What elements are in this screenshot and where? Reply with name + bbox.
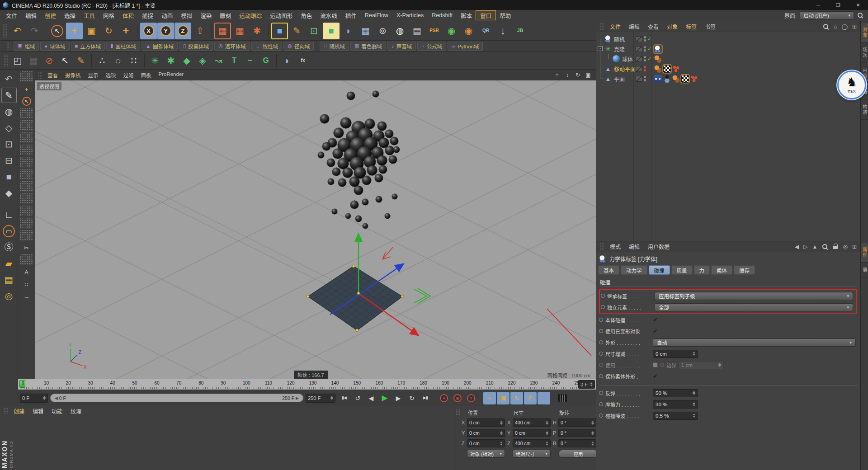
dots-tag[interactable]: [690, 75, 698, 83]
field-button-圆柱体域[interactable]: ▮圆柱体域: [106, 42, 140, 51]
stepper-icon[interactable]: [691, 412, 695, 419]
om-search-icon[interactable]: [823, 24, 829, 30]
coords-field-位置-Z[interactable]: 0 cm: [467, 439, 505, 447]
menubar-item-运动图形[interactable]: 运动图形: [266, 11, 297, 19]
strip-scissors-button[interactable]: ✂: [20, 242, 33, 253]
viewport-menu-查看[interactable]: 查看: [44, 71, 61, 79]
palette-slot[interactable]: [20, 218, 33, 229]
palette-slot[interactable]: [20, 254, 33, 265]
toolbar-grip[interactable]: [4, 408, 8, 414]
keyframe-circle-icon[interactable]: [601, 305, 605, 309]
coordinate-system-button[interactable]: ⇧: [192, 23, 208, 39]
points-mode-button[interactable]: ⊡: [1, 136, 17, 152]
viewport-menu-摄像机[interactable]: 摄像机: [61, 71, 85, 79]
om-home-icon[interactable]: ⌂: [834, 24, 837, 29]
menubar-item-渲染[interactable]: 渲染: [196, 11, 216, 19]
coords-field-位置-Y[interactable]: 0 cm: [467, 429, 505, 437]
toolbar-grip[interactable]: [3, 24, 7, 37]
mograph-disable-effector-icon[interactable]: ⊘: [42, 53, 57, 68]
keyframe-circle-icon[interactable]: [599, 363, 603, 367]
keyframe-circle-icon[interactable]: [599, 391, 603, 395]
workplane-mode-button[interactable]: ◇: [1, 120, 17, 136]
toolbar-grip[interactable]: [4, 54, 8, 66]
pen-spline-button[interactable]: ✎: [288, 23, 305, 39]
lock-y-axis-button[interactable]: Y: [157, 23, 174, 39]
person-tag[interactable]: [663, 75, 671, 83]
tab-质量[interactable]: 质量: [671, 265, 693, 275]
visibility-dots[interactable]: [644, 46, 646, 52]
menubar-item-选择[interactable]: 选择: [60, 11, 80, 19]
field-button-线性域[interactable]: →线性域: [251, 42, 283, 51]
mospline-icon[interactable]: G: [258, 53, 274, 68]
stepper-icon[interactable]: [544, 419, 548, 426]
stepper-icon[interactable]: [499, 440, 503, 447]
coords-field-旋转-H[interactable]: 0 °: [558, 418, 596, 427]
record-parameter-button[interactable]: Ⓟ: [524, 392, 537, 404]
toolbar-grip[interactable]: [600, 243, 604, 250]
voronoi-fracture-icon[interactable]: ◈: [195, 53, 210, 68]
palette-slot[interactable]: [20, 132, 33, 143]
viewport-menu-ProRender[interactable]: ProRender: [155, 71, 188, 79]
stepper-icon[interactable]: [590, 440, 594, 447]
record-rotation-button[interactable]: ↻: [510, 392, 523, 404]
render-settings-button[interactable]: ✱: [249, 23, 265, 39]
collider-tag[interactable]: [663, 65, 671, 73]
xpresso-sphere-button[interactable]: ◉: [443, 23, 460, 39]
object-tree[interactable]: 随机✓✳克隆✓-球体✓▲移动平面▲平面: [596, 32, 860, 241]
layer-toggle[interactable]: [636, 36, 642, 42]
stepper-icon[interactable]: [544, 430, 548, 437]
add-cube-object-button[interactable]: ■: [271, 23, 288, 39]
stepper-icon[interactable]: [589, 381, 593, 388]
stepper-icon[interactable]: [691, 390, 695, 396]
stepper-icon[interactable]: [42, 395, 46, 401]
mograph-random-icon[interactable]: ◰: [10, 53, 25, 68]
strip-a-button[interactable]: A: [20, 267, 33, 277]
menubar-item-网格[interactable]: 网格: [99, 11, 118, 19]
field-button-着色器域[interactable]: ▦着色器域: [350, 42, 386, 51]
visibility-dots[interactable]: [644, 56, 646, 61]
menubar-item-插件[interactable]: 插件: [341, 11, 361, 19]
go-to-next-frame-button[interactable]: ▶: [392, 392, 405, 404]
am-menu-编辑[interactable]: 编辑: [625, 243, 644, 250]
attribute-dropdown[interactable]: 应用标签到子级▾: [655, 292, 853, 300]
light-button[interactable]: ◍: [392, 23, 408, 39]
lock-workplane-button[interactable]: ▤: [1, 272, 17, 287]
field-button-Python域[interactable]: ∞Python域: [448, 42, 483, 51]
spline-wrap-icon[interactable]: ↝: [211, 53, 226, 68]
attribute-field[interactable]: 50 %: [653, 389, 698, 397]
frame-range-slider[interactable]: ◀ 0 F 250 F ▶: [50, 394, 303, 402]
menubar-item-文件[interactable]: 文件: [2, 11, 21, 19]
apply-button[interactable]: 应用: [558, 450, 598, 458]
model-mode-button[interactable]: ◆: [1, 185, 17, 201]
palette-slot[interactable]: [20, 206, 33, 216]
record-keyframe-button[interactable]: ●: [438, 392, 450, 404]
attribute-dropdown[interactable]: 自动▾: [653, 338, 856, 347]
keyframe-circle-icon[interactable]: [601, 294, 605, 298]
field-button-远环体域[interactable]: ◎远环体域: [214, 42, 250, 51]
menubar-item-X-Particles[interactable]: X-Particles: [392, 11, 428, 19]
visibility-dots[interactable]: [644, 66, 646, 71]
texture-mode-button[interactable]: ◍: [1, 104, 17, 119]
menubar-item-动画[interactable]: 动画: [157, 11, 177, 19]
panel-tab-构造[interactable]: 构造: [861, 100, 868, 120]
record-scale-button[interactable]: ▣: [497, 392, 509, 404]
scale-tool-button[interactable]: ▣: [83, 23, 100, 39]
make-editable-button[interactable]: ✎: [1, 88, 17, 103]
attribute-field[interactable]: 30 %: [653, 400, 698, 409]
field-button-径向域[interactable]: ◍径向域: [283, 42, 314, 51]
coords-field-旋转-B[interactable]: 0 °: [558, 439, 596, 447]
viewport-rotate-icon[interactable]: ↻: [575, 72, 581, 78]
attribute-field[interactable]: 0 cm: [653, 350, 698, 358]
open-timeline-button[interactable]: [556, 392, 569, 404]
displace-sphere-button[interactable]: ◉: [460, 23, 477, 39]
layer-toggle[interactable]: [636, 76, 642, 82]
current-frame-field[interactable]: 0 F: [20, 394, 48, 403]
menubar-item-捕捉[interactable]: 捕捉: [138, 11, 157, 19]
expander-icon[interactable]: -: [598, 46, 603, 51]
end-frame-field[interactable]: 250 F: [306, 394, 335, 403]
go-to-previous-frame-button[interactable]: ◀: [365, 392, 377, 404]
menubar-item-流水线[interactable]: 流水线: [316, 11, 341, 19]
keyframe-circle-icon[interactable]: [599, 414, 603, 418]
go-to-end-button[interactable]: ▶▮: [419, 392, 432, 404]
toolbar-grip[interactable]: [600, 23, 604, 30]
